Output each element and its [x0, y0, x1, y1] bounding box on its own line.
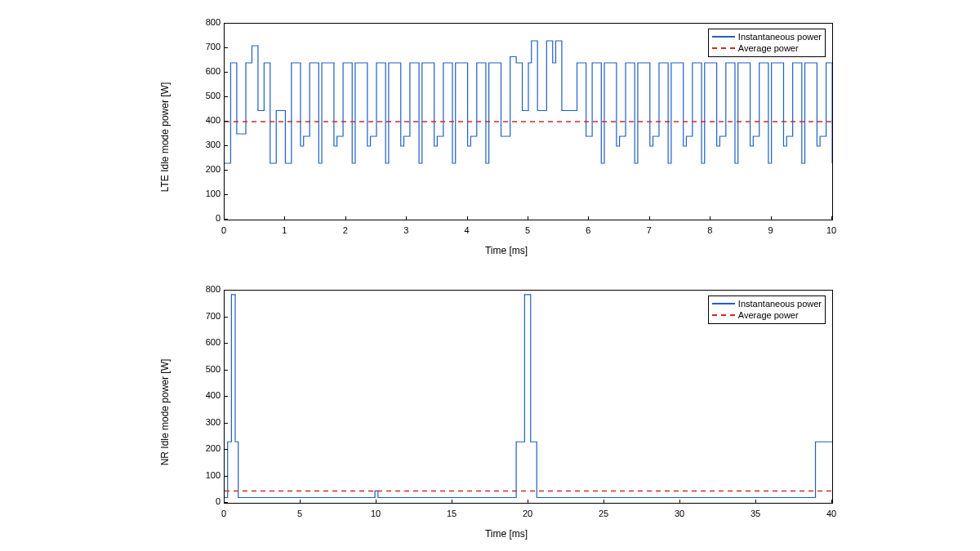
y-tick-label: 600: [188, 337, 220, 347]
chart-panel-nr: NR Idle mode power [W] Time [ms] Instant…: [172, 282, 841, 543]
y-tick-mark: [224, 423, 228, 424]
legend-swatch-line-icon: [712, 36, 735, 38]
y-tick-label: 200: [188, 164, 220, 174]
x-tick-mark: [284, 216, 285, 220]
y-tick-mark: [224, 396, 228, 397]
x-tick-mark: [679, 500, 680, 504]
y-tick-label: 400: [188, 390, 220, 400]
x-tick-mark: [588, 216, 589, 220]
x-tick-label: 3: [403, 225, 408, 235]
x-tick-label: 30: [675, 509, 684, 518]
x-tick-mark: [710, 216, 710, 220]
y-tick-label: 300: [188, 417, 220, 427]
x-tick-label: 15: [447, 509, 457, 518]
x-tick-label: 10: [371, 509, 381, 518]
y-tick-mark: [224, 23, 228, 24]
x-tick-mark: [831, 216, 832, 220]
y-tick-mark: [224, 317, 228, 318]
x-tick-mark: [406, 216, 407, 220]
y-tick-label: 0: [188, 213, 220, 223]
legend-swatch-line-icon: [712, 303, 735, 304]
x-tick-label: 8: [707, 225, 712, 235]
y-tick-label: 100: [188, 470, 220, 480]
x-tick-label: 0: [221, 509, 226, 518]
legend-entry-average: Average power: [712, 42, 822, 54]
y-tick-mark: [224, 47, 228, 48]
x-tick-mark: [755, 500, 756, 504]
x-tick-mark: [300, 500, 301, 504]
x-tick-mark: [467, 216, 468, 220]
x-tick-mark: [604, 500, 604, 504]
x-tick-mark: [345, 216, 346, 220]
y-tick-label: 400: [188, 115, 220, 125]
y-tick-label: 700: [188, 42, 220, 51]
y-tick-label: 200: [188, 443, 220, 453]
y-tick-label: 300: [188, 140, 220, 149]
x-tick-label: 1: [282, 225, 287, 235]
y-tick-label: 800: [188, 17, 220, 27]
y-tick-mark: [224, 170, 228, 171]
x-tick-label: 2: [343, 225, 348, 235]
x-tick-label: 40: [826, 509, 836, 518]
x-tick-label: 4: [465, 225, 470, 235]
y-tick-mark: [224, 96, 228, 97]
y-tick-mark: [224, 370, 228, 371]
y-tick-mark: [224, 290, 228, 291]
x-tick-label: 10: [826, 225, 836, 235]
y-tick-mark: [224, 449, 228, 450]
x-tick-mark: [831, 500, 832, 504]
x-tick-mark: [528, 216, 528, 220]
x-tick-mark: [649, 216, 650, 220]
y-tick-label: 700: [188, 311, 220, 321]
y-axis-label: NR Idle mode power [W]: [159, 359, 171, 466]
y-tick-mark: [224, 121, 228, 122]
legend-entry-instantaneous: Instantaneous power: [712, 31, 822, 42]
y-tick-label: 100: [188, 189, 220, 198]
x-tick-label: 9: [768, 225, 773, 235]
y-tick-label: 600: [188, 66, 220, 76]
plot-area: Instantaneous power Average power: [224, 290, 833, 504]
legend: Instantaneous power Average power: [708, 29, 826, 57]
x-tick-label: 25: [599, 509, 608, 518]
series-instantaneous-power: [225, 41, 832, 163]
x-tick-mark: [452, 500, 452, 504]
x-tick-label: 7: [647, 225, 652, 235]
y-tick-mark: [224, 194, 228, 195]
legend-swatch-dash-icon: [712, 47, 735, 49]
x-tick-mark: [224, 216, 225, 220]
x-tick-mark: [224, 500, 225, 504]
x-axis-label: Time [ms]: [485, 528, 528, 540]
x-tick-label: 35: [751, 509, 760, 518]
chart-panel-lte: LTE Idle mode power [W] Time [ms] Instan…: [172, 15, 841, 260]
legend-label: Average power: [738, 43, 799, 53]
legend-swatch-dash-icon: [712, 314, 735, 316]
figure-page: LTE Idle mode power [W] Time [ms] Instan…: [0, 0, 980, 551]
y-tick-label: 0: [188, 496, 220, 506]
y-tick-mark: [224, 343, 228, 344]
x-tick-label: 6: [586, 225, 590, 235]
x-tick-label: 5: [525, 225, 530, 235]
y-tick-mark: [224, 145, 228, 146]
legend-entry-average: Average power: [712, 309, 822, 321]
y-tick-label: 500: [188, 91, 220, 100]
y-tick-mark: [224, 476, 228, 477]
x-tick-label: 0: [221, 225, 226, 235]
y-tick-mark: [224, 72, 228, 73]
plot-area: Instantaneous power Average power: [224, 23, 833, 220]
y-tick-label: 500: [188, 364, 220, 374]
x-tick-mark: [376, 500, 376, 504]
x-tick-mark: [771, 216, 772, 220]
legend-label: Average power: [738, 310, 799, 320]
x-tick-label: 20: [523, 509, 532, 518]
legend-label: Instantaneous power: [738, 299, 822, 309]
legend-entry-instantaneous: Instantaneous power: [712, 298, 822, 309]
x-axis-label: Time [ms]: [485, 245, 528, 256]
x-tick-mark: [528, 500, 528, 504]
legend-label: Instantaneous power: [738, 32, 822, 42]
x-tick-label: 5: [297, 509, 302, 518]
series-instantaneous-power: [225, 295, 832, 498]
y-axis-label: LTE Idle mode power [W]: [159, 82, 171, 193]
y-tick-label: 800: [188, 284, 220, 294]
legend: Instantaneous power Average power: [708, 295, 826, 324]
